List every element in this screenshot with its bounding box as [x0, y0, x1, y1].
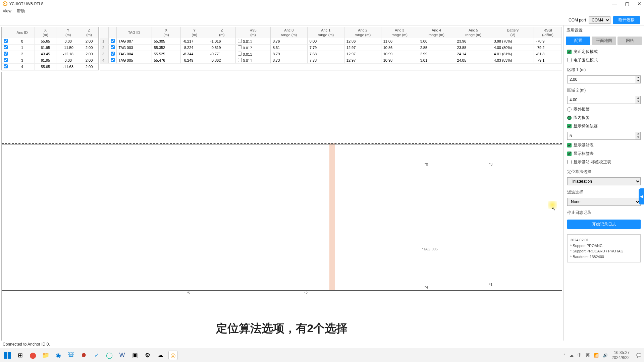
anchor-marker-3: *3	[489, 162, 492, 166]
chk-show-tags[interactable]	[567, 152, 572, 156]
col-rssi[interactable]: RSSI (-dBm)	[534, 27, 562, 38]
table-row[interactable]: 243.45-12.182.00	[2, 51, 98, 57]
app-icon-1[interactable]: ⬤	[28, 351, 38, 360]
tray-wifi-icon[interactable]: 📶	[594, 353, 599, 358]
photos-icon[interactable]: 🖼	[66, 351, 76, 360]
word-icon[interactable]: W	[117, 351, 127, 360]
r95-checkbox[interactable]	[238, 52, 242, 56]
trace-up[interactable]: ▲	[636, 132, 640, 136]
col-tag-z[interactable]: Z (m)	[208, 27, 236, 38]
start-button[interactable]	[3, 351, 12, 360]
col-a4[interactable]: Anc 4 range (m)	[418, 27, 455, 38]
algo-select[interactable]: Trilateration	[567, 177, 641, 185]
status-text: Connected to Anchor ID 0.	[3, 342, 50, 347]
col-anc-y[interactable]: Y (m)	[56, 27, 80, 38]
anchor-checkbox[interactable]	[4, 45, 8, 49]
anchor-checkbox[interactable]	[4, 39, 8, 43]
tag-checkbox[interactable]	[111, 45, 115, 49]
tray-cloud-icon[interactable]: ☁	[570, 353, 574, 358]
tab-config[interactable]: 配置	[566, 37, 590, 45]
tag-checkbox[interactable]	[111, 52, 115, 56]
col-anc-x[interactable]: X (m)	[35, 27, 56, 38]
menu-help[interactable]: 帮助	[17, 8, 25, 14]
table-row[interactable]: 161.95-11.502.00	[2, 45, 98, 51]
chk-show-trace[interactable]	[567, 124, 572, 128]
minimize-button[interactable]: ―	[612, 1, 617, 6]
chk-show-anchors[interactable]	[567, 143, 572, 147]
todo-icon[interactable]: ✓	[92, 351, 101, 360]
connect-button[interactable]: 断开连接	[613, 16, 640, 24]
explorer-icon[interactable]: 📁	[41, 351, 50, 360]
table-row[interactable]: 531.96-12.182.00	[2, 70, 98, 71]
col-tag-y[interactable]: Y (m)	[181, 27, 208, 38]
tag-checkbox[interactable]	[111, 58, 115, 62]
table-row[interactable]: 4 TAG 00555.476-8.249-0.862 0.011 8.737.…	[100, 57, 562, 64]
table-row[interactable]: 055.650.002.00	[2, 38, 98, 45]
settings-icon[interactable]: ⚙	[143, 351, 152, 360]
zone1-input[interactable]	[567, 75, 641, 83]
tag-checkbox[interactable]	[111, 39, 115, 43]
col-a0[interactable]: Anc 0 range (m)	[270, 27, 307, 38]
maximize-button[interactable]: ▢	[625, 1, 629, 6]
anchor-checkbox[interactable]	[4, 58, 8, 62]
edge-icon[interactable]: ◉	[54, 351, 63, 360]
taskbar: ⊞ ⬤ 📁 ◉ 🖼 ⏺ ✓ ◯ W ▣ ⚙ ☁ ◎ ^ ☁ 中 英 📶 🔊 16…	[0, 348, 644, 362]
map-canvas[interactable]: *0 *3 *1 *4 *2 *5 *TAG 005 ↖ 定位算法选项，有2个选…	[1, 72, 562, 346]
app-logo-icon	[3, 1, 7, 6]
zone2-down[interactable]: ▼	[636, 100, 640, 104]
terminal-icon[interactable]: ▣	[130, 351, 140, 360]
table-row[interactable]: 3 TAG 00455.525-8.344-0.771 0.011 8.797.…	[100, 51, 562, 57]
anchor-checkbox[interactable]	[4, 52, 8, 56]
chk-fence-mode[interactable]	[567, 58, 572, 62]
side-drawer-handle[interactable]: ◀	[639, 188, 644, 204]
zone2-input[interactable]	[567, 96, 641, 104]
trace-down[interactable]: ▼	[636, 136, 640, 139]
anchor-checkbox[interactable]	[4, 64, 8, 68]
col-a3[interactable]: Anc 3 range (m)	[381, 27, 418, 38]
app-icon-2[interactable]: ◯	[105, 351, 114, 360]
zone1-down[interactable]: ▼	[636, 79, 640, 83]
ychiot-app-icon[interactable]: ◎	[168, 351, 178, 360]
table-row[interactable]: 2 TAG 00355.352-8.224-0.519 0.017 8.617.…	[100, 45, 562, 51]
radio-alarm-out[interactable]	[567, 107, 572, 112]
col-tag-id[interactable]: TAG ID	[116, 27, 152, 38]
chk-show-calib[interactable]	[567, 160, 572, 164]
table-row[interactable]: 1 TAG 00755.305-8.217-1.016 0.011 8.768.…	[100, 38, 562, 45]
tray-ime2[interactable]: 英	[586, 352, 590, 358]
table-row[interactable]: 455.65-11.632.00	[2, 64, 98, 70]
col-anc-z[interactable]: Z (m)	[80, 27, 98, 38]
zone2-up[interactable]: ▲	[636, 96, 640, 100]
tab-grid[interactable]: 网格	[618, 37, 642, 45]
com-port-select[interactable]: COM4	[589, 16, 610, 24]
record-icon[interactable]: ⏺	[79, 351, 89, 360]
tab-floor[interactable]: 平面地图	[592, 37, 616, 45]
col-bat[interactable]: Battery (V)	[492, 27, 534, 38]
r95-checkbox[interactable]	[238, 45, 242, 49]
tray-ime1[interactable]: 中	[578, 352, 582, 358]
trace-input[interactable]	[567, 132, 641, 140]
r95-checkbox[interactable]	[238, 39, 242, 43]
tray-volume-icon[interactable]: 🔊	[603, 353, 608, 358]
col-tag-x[interactable]: X (m)	[152, 27, 181, 38]
col-a2[interactable]: Anc 2 range (m)	[344, 27, 381, 38]
tray-chevron-icon[interactable]: ^	[564, 353, 566, 358]
r95-checkbox[interactable]	[238, 58, 242, 62]
col-tag-r95[interactable]: R95 (m)	[235, 27, 270, 38]
clock[interactable]: 16:35:27 2024/8/22	[612, 350, 632, 360]
start-log-button[interactable]: 开始记录日志	[567, 220, 641, 229]
col-anc-id[interactable]: Anc ID	[10, 27, 35, 38]
anchor-marker-1: *1	[489, 283, 492, 287]
close-button[interactable]: ✕	[637, 1, 641, 6]
table-row[interactable]: 361.950.002.00	[2, 57, 98, 64]
filter-select[interactable]: None	[567, 198, 641, 206]
map-caption: 定位算法选项，有2个选择	[216, 321, 348, 336]
col-a5[interactable]: Anc 5 range (m)	[455, 27, 492, 38]
zone1-up[interactable]: ▲	[636, 76, 640, 79]
menu-view[interactable]: View	[3, 9, 11, 13]
tray-notification-icon[interactable]: 💬	[636, 353, 641, 358]
radio-alarm-in[interactable]	[567, 116, 572, 120]
chk-ranging-mode[interactable]	[567, 50, 572, 54]
taskview-icon[interactable]: ⊞	[15, 351, 25, 360]
app-icon-3[interactable]: ☁	[156, 351, 165, 360]
col-a1[interactable]: Anc 1 range (m)	[307, 27, 344, 38]
